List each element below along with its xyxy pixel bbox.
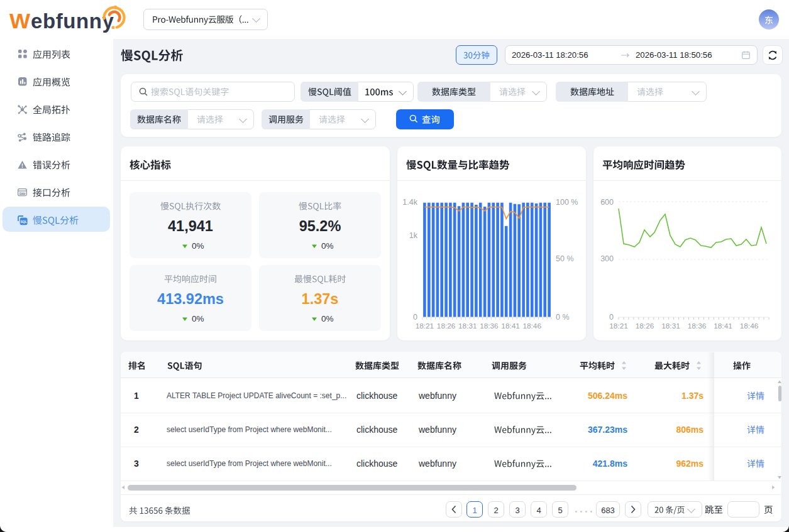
svg-text:W: W (9, 9, 31, 33)
svg-text:SQL: SQL (20, 220, 26, 224)
svg-text:HTTP: HTTP (19, 192, 26, 195)
svg-text:ebfunny: ebfunny (31, 9, 114, 33)
